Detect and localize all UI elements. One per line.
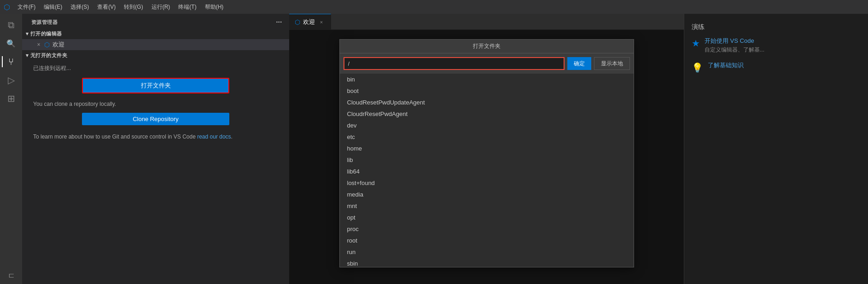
dialog-list-item[interactable]: lost+found	[340, 177, 634, 189]
right-item-0-title[interactable]: 开始使用 VS Code	[705, 37, 764, 45]
activity-bar: ⧉ 🔍 ⑂ ▷ ⊞ ⊏	[0, 14, 22, 284]
open-editors-label: ▾ 打开的编辑器	[26, 30, 62, 37]
sidebar-header-actions: ···	[274, 17, 284, 27]
search-activity-icon[interactable]: 🔍	[2, 34, 20, 52]
content-area: 打开文件夹 确定 显示本地 binbootCloudResetPwdUpdate…	[289, 30, 684, 284]
sidebar: 资源管理器 ··· ▾ 打开的编辑器 × ⬡ 欢迎 ▾ 无打开的文件夹 已连接到…	[22, 14, 289, 284]
dialog-list-item[interactable]: mnt	[340, 200, 634, 212]
remote-activity-icon[interactable]: ⊏	[2, 266, 20, 284]
menu-view[interactable]: 查看(V)	[93, 2, 119, 12]
menu-terminal[interactable]: 终端(T)	[175, 2, 200, 12]
open-editors-section-header[interactable]: ▾ 打开的编辑器	[22, 29, 289, 39]
dialog-list-item[interactable]: lib64	[340, 166, 634, 177]
dialog-list-item[interactable]: CloudResetPwdUpdateAgent	[340, 97, 634, 108]
git-docs-text: To learn more about how to use Git and s…	[31, 133, 280, 141]
menu-select[interactable]: 选择(S)	[67, 2, 93, 12]
close-editor-icon[interactable]: ×	[35, 41, 42, 48]
star-icon: ★	[692, 38, 700, 49]
dialog-list-item[interactable]: dev	[340, 120, 634, 131]
vscode-logo: ⬡	[4, 3, 10, 12]
no-folder-section-header[interactable]: ▾ 无打开的文件夹	[22, 50, 289, 61]
source-control-activity-icon[interactable]: ⑂	[2, 52, 20, 71]
run-activity-icon[interactable]: ▷	[2, 71, 20, 89]
folder-path-input[interactable]	[344, 57, 565, 70]
open-folder-button[interactable]: 打开文件夹	[82, 78, 229, 93]
dialog-list-item[interactable]: proc	[340, 223, 634, 235]
tab-close-icon[interactable]: ×	[318, 18, 325, 26]
dialog-list-item[interactable]: etc	[340, 131, 634, 143]
title-bar: ⬡ 文件(F) 编辑(E) 选择(S) 查看(V) 转到(G) 运行(R) 终端…	[0, 0, 868, 14]
menu-bar: 文件(F) 编辑(E) 选择(S) 查看(V) 转到(G) 运行(R) 终端(T…	[14, 2, 227, 12]
dialog-input-row: 确定 显示本地	[340, 53, 634, 74]
connected-text: 已连接到远程...	[31, 64, 280, 72]
git-docs-prefix: To learn more about how to use Git and s…	[33, 133, 197, 140]
right-item-1-text: 了解基础知识	[708, 61, 744, 70]
dialog-list-item[interactable]: root	[340, 235, 634, 246]
dialog-list-item[interactable]: sbin	[340, 258, 634, 267]
menu-help[interactable]: 帮助(H)	[201, 2, 227, 12]
tab-bar: ⬡ 欢迎 ×	[289, 14, 684, 30]
dialog-list-item[interactable]: CloudrResetPwdAgent	[340, 108, 634, 120]
right-item-0: ★ 开始使用 VS Code 自定义编辑器、了解基...	[692, 37, 861, 54]
content-and-right: ⬡ 欢迎 × 打开文件夹 确定 显示本地 binbootCloudResetPw…	[289, 14, 684, 284]
no-folder-content: 已连接到远程... 打开文件夹 You can clone a reposito…	[22, 61, 289, 145]
dialog-file-list: binbootCloudResetPwdUpdateAgentCloudrRes…	[340, 74, 634, 267]
clone-info-text: You can clone a repository locally.	[31, 101, 280, 107]
bulb-icon: 💡	[692, 62, 703, 73]
right-item-0-desc: 自定义编辑器、了解基...	[705, 46, 764, 54]
explorer-activity-icon[interactable]: ⧉	[2, 16, 20, 34]
menu-goto[interactable]: 转到(G)	[120, 2, 146, 12]
sidebar-more-icon[interactable]: ···	[274, 17, 284, 27]
menu-run[interactable]: 运行(R)	[148, 2, 174, 12]
right-section-title: 演练	[692, 23, 861, 31]
tab-welcome[interactable]: ⬡ 欢迎 ×	[289, 14, 331, 29]
clone-repository-button[interactable]: Clone Repository	[82, 113, 229, 125]
tab-icon: ⬡	[295, 18, 300, 26]
dialog-list-item[interactable]: run	[340, 246, 634, 258]
tab-label: 欢迎	[303, 18, 315, 26]
open-editor-item[interactable]: × ⬡ 欢迎	[22, 39, 289, 50]
dialog-confirm-button[interactable]: 确定	[567, 57, 591, 70]
editor-file-icon: ⬡	[44, 41, 50, 48]
right-item-0-text: 开始使用 VS Code 自定义编辑器、了解基...	[705, 37, 764, 54]
dialog-list-item[interactable]: opt	[340, 212, 634, 223]
dialog-local-button[interactable]: 显示本地	[594, 57, 630, 70]
right-item-1: 💡 了解基础知识	[692, 61, 861, 73]
open-folder-dialog: 打开文件夹 确定 显示本地 binbootCloudResetPwdUpdate…	[339, 39, 634, 267]
dialog-title: 打开文件夹	[340, 40, 634, 53]
main-layout: ⧉ 🔍 ⑂ ▷ ⊞ ⊏ 资源管理器 ··· ▾ 打开的编辑器 × ⬡ 欢迎 ▾ …	[0, 14, 868, 284]
git-docs-suffix: .	[231, 133, 233, 140]
no-folder-label: ▾ 无打开的文件夹	[26, 52, 67, 59]
dialog-list-item[interactable]: media	[340, 189, 634, 200]
sidebar-header: 资源管理器 ···	[22, 14, 289, 29]
right-item-1-title[interactable]: 了解基础知识	[708, 61, 744, 70]
git-docs-link[interactable]: read our docs	[197, 133, 231, 140]
menu-edit[interactable]: 编辑(E)	[40, 2, 66, 12]
sidebar-title: 资源管理器	[31, 19, 58, 26]
dialog-list-item[interactable]: home	[340, 143, 634, 154]
dialog-list-item[interactable]: bin	[340, 74, 634, 85]
dialog-list-item[interactable]: boot	[340, 85, 634, 97]
editor-label: 欢迎	[52, 41, 64, 49]
extensions-activity-icon[interactable]: ⊞	[2, 89, 20, 108]
dialog-overlay: 打开文件夹 确定 显示本地 binbootCloudResetPwdUpdate…	[289, 30, 684, 284]
right-panel: 演练 ★ 开始使用 VS Code 自定义编辑器、了解基... 💡 了解基础知识	[684, 14, 868, 284]
menu-file[interactable]: 文件(F)	[14, 2, 39, 12]
dialog-list-item[interactable]: lib	[340, 154, 634, 166]
